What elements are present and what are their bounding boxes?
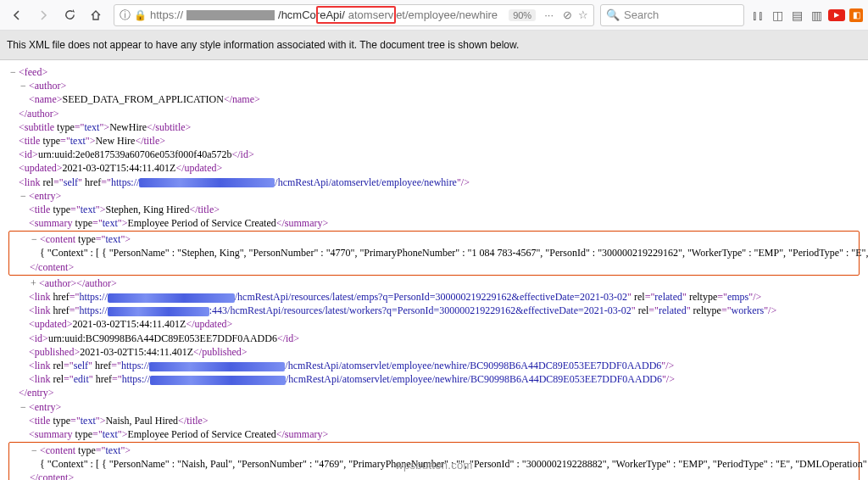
expander-icon[interactable]: − <box>30 232 39 246</box>
expander-icon[interactable]: − <box>19 189 28 203</box>
library-icon[interactable]: ⫿⫿ <box>750 8 765 23</box>
sidebar-icon[interactable]: ◫ <box>770 8 785 23</box>
reader-icon[interactable]: ⊘ <box>563 8 572 21</box>
url-path2: atomservlet/employee/newhire <box>348 8 498 21</box>
expander-icon[interactable]: − <box>30 444 39 457</box>
expander-icon[interactable]: + <box>29 276 38 290</box>
toolbar-right-icons: ⫿⫿ ◫ ▤ ▥ ▶ ◧ <box>750 8 863 23</box>
back-button[interactable] <box>5 3 29 27</box>
forward-button[interactable] <box>31 3 55 27</box>
url-path1: /hcmCoreApi/ <box>278 8 345 21</box>
url-proto: https:// <box>150 8 183 21</box>
expander-icon[interactable]: − <box>8 65 18 79</box>
ext-icon-2[interactable]: ▥ <box>809 8 824 23</box>
ext-orange-icon[interactable]: ◧ <box>849 8 863 22</box>
xml-tree: −<feed> −<author> <name>SEED_DATA_FROM_A… <box>0 60 868 480</box>
home-button[interactable] <box>84 3 108 27</box>
bookmark-star-icon[interactable]: ☆ <box>578 8 588 21</box>
zoom-level[interactable]: 90% <box>509 9 536 21</box>
reload-button[interactable] <box>58 3 81 27</box>
info-icon: ⓘ <box>120 8 131 23</box>
url-domain-blurred <box>186 10 275 20</box>
search-box[interactable]: 🔍 Search <box>600 4 744 26</box>
search-placeholder: Search <box>624 8 659 21</box>
browser-toolbar: ⓘ 🔒 https:// /hcmCoreApi/atomservlet/emp… <box>0 0 868 31</box>
expander-icon[interactable]: − <box>19 400 28 414</box>
highlight-box-1: −<content type="text"> { "Context" : [ {… <box>8 231 860 276</box>
search-icon: 🔍 <box>606 8 620 21</box>
expander-icon[interactable]: − <box>19 79 28 92</box>
ext-icon-1[interactable]: ▤ <box>789 8 804 23</box>
youtube-icon[interactable]: ▶ <box>828 9 845 21</box>
url-bar[interactable]: ⓘ 🔒 https:// /hcmCoreApi/atomservlet/emp… <box>114 4 594 26</box>
lock-icon: 🔒 <box>134 9 147 21</box>
watermark: wpsbutton.com <box>395 459 472 472</box>
page-actions-icon[interactable]: ··· <box>544 8 554 21</box>
xml-info-bar: This XML file does not appear to have an… <box>0 31 868 60</box>
